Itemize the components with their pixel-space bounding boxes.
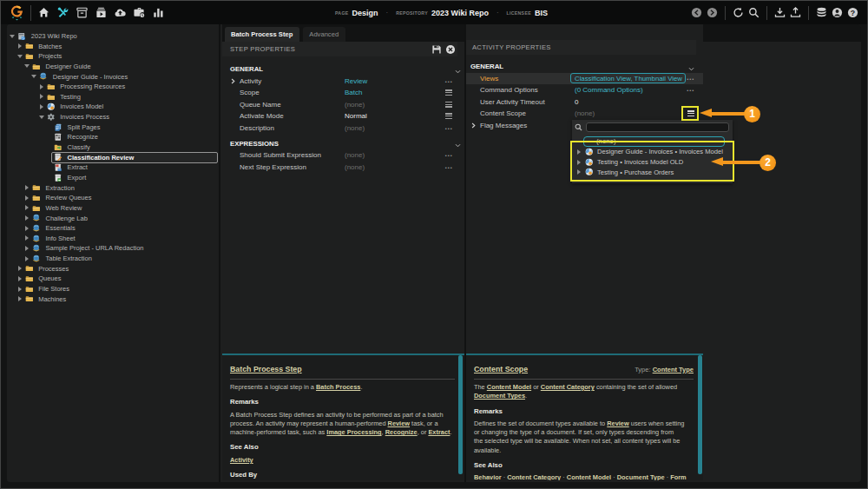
expand-arrow-icon[interactable] (23, 215, 30, 221)
section-header-general[interactable]: GENERAL (222, 63, 464, 76)
expand-arrow-icon[interactable] (23, 225, 30, 232)
tree-item-batches[interactable]: Batches (7, 41, 219, 51)
section-header-expressions[interactable]: EXPRESSIONS (222, 138, 464, 150)
download-icon[interactable] (773, 7, 787, 18)
property-row-user-activity-timeout[interactable]: User Activity Timeout0 (466, 96, 703, 109)
expand-arrow-icon[interactable] (23, 184, 30, 191)
tree-item-split-pages[interactable]: Split Pages (7, 122, 219, 132)
tree-item-web-review[interactable]: Web Review (7, 203, 219, 214)
nav-forward-icon[interactable] (705, 7, 720, 18)
tab-batch-process-step[interactable]: Batch Process Step (225, 27, 299, 42)
ellipsis-button[interactable]: ... (444, 78, 454, 84)
doc-link[interactable]: Content Category (541, 383, 595, 391)
doc-link[interactable]: Extract (428, 428, 450, 436)
expand-arrow-icon[interactable] (23, 255, 30, 262)
doc-link[interactable]: Content Model (567, 473, 611, 480)
tree-item-challenge-lab[interactable]: Challenge Lab (7, 213, 219, 223)
expand-arrow-icon[interactable] (23, 235, 30, 241)
batches-box-icon[interactable] (75, 7, 89, 18)
expand-arrow-icon[interactable] (38, 83, 45, 90)
menu-button[interactable] (444, 113, 454, 119)
tree-item-designer-guide[interactable]: Designer Guide (7, 62, 219, 72)
menu-button[interactable] (444, 89, 454, 96)
collapse-arrow-icon[interactable] (30, 73, 37, 80)
close-icon[interactable] (445, 44, 456, 55)
expand-arrow-icon[interactable] (38, 93, 45, 100)
imports-cloud-icon[interactable] (113, 7, 128, 18)
doc-link[interactable]: Activity (230, 456, 253, 464)
expand-arrow-icon[interactable] (16, 295, 23, 302)
user-account-icon[interactable] (830, 7, 845, 18)
tree-item-machines[interactable]: Machines (7, 294, 219, 304)
doc-link[interactable]: Content Scope (474, 365, 528, 373)
section-header-general[interactable]: GENERAL (466, 61, 703, 73)
ellipsis-button[interactable]: ... (686, 76, 696, 82)
property-row-activity[interactable]: ActivityReview... (222, 76, 464, 88)
tree-item-processing-resources[interactable]: Processing Resources (7, 82, 219, 92)
tree-item-table-extraction[interactable]: Table Extraction (7, 254, 219, 264)
expand-arrow-icon[interactable] (16, 275, 23, 282)
tree-item-classify[interactable]: Classify (7, 142, 219, 153)
collapse-arrow-icon[interactable] (23, 63, 30, 69)
nav-back-icon[interactable] (689, 7, 704, 18)
tree-item-2023-wiki-repo[interactable]: 2023 Wiki Repo (7, 31, 219, 42)
tree-item-invoices-process[interactable]: Invoices Process (7, 112, 219, 122)
tree-item-file-stores[interactable]: File Stores (7, 284, 219, 294)
property-row-next-step-expression[interactable]: Next Step Expression(none)... (222, 162, 464, 174)
tree-item-sample-project-urla-redaction[interactable]: Sample Project - URLA Redaction (7, 243, 219, 254)
doc-link[interactable]: Content Category (507, 473, 561, 480)
tasks-box-icon[interactable] (94, 7, 108, 18)
repository-db-icon[interactable] (814, 7, 829, 18)
upload-icon[interactable] (788, 7, 803, 18)
property-row-command-options[interactable]: Command Options(0 Command Options)... (466, 84, 703, 96)
expand-arrow-icon[interactable] (16, 43, 23, 50)
tree-item-processes[interactable]: Processes (7, 263, 219, 274)
stats-chart-icon[interactable] (151, 7, 166, 18)
save-icon[interactable] (431, 44, 442, 55)
doc-link[interactable]: Batch Process Step (230, 365, 302, 373)
tree-item-invoices-model[interactable]: Invoices Model (7, 102, 219, 112)
doc-link[interactable]: Behavior (474, 473, 502, 480)
doc-scrollbar[interactable] (698, 355, 703, 474)
property-row-should-submit-expression[interactable]: Should Submit Expression(none)... (222, 149, 464, 162)
doc-link[interactable]: Document Types (474, 392, 525, 400)
dropdown-search-input[interactable] (586, 122, 729, 132)
doc-link[interactable]: Recognize (385, 428, 418, 436)
chevron-right-icon[interactable] (470, 122, 477, 129)
home-icon[interactable] (36, 7, 51, 18)
search-icon[interactable] (746, 7, 761, 18)
tab-advanced[interactable]: Advanced (303, 27, 345, 42)
chevron-right-icon[interactable] (229, 78, 236, 84)
doc-scrollbar[interactable] (458, 355, 464, 474)
doc-link[interactable]: Form (670, 473, 686, 480)
expand-arrow-icon[interactable] (23, 195, 30, 202)
doc-link[interactable]: Review (607, 420, 628, 427)
tree-item-classification-review[interactable]: Classification Review (7, 152, 219, 162)
jobs-briefcase-icon[interactable] (132, 7, 147, 18)
tree-item-projects[interactable]: Projects (7, 51, 219, 62)
property-row-content-scope[interactable]: Content Scope(none) (466, 108, 703, 120)
doc-link[interactable]: Document Type (617, 473, 665, 480)
expand-arrow-icon[interactable] (23, 204, 30, 211)
ellipsis-button[interactable]: ... (444, 164, 454, 170)
menu-button[interactable] (444, 102, 454, 108)
property-value-box[interactable]: Classification View, Thumbnail View (570, 73, 686, 83)
expand-arrow-icon[interactable] (38, 103, 45, 110)
tree-item-extract[interactable]: Extract (7, 162, 219, 173)
tree-item-recognize[interactable]: Recognize (7, 132, 219, 142)
doc-link[interactable]: Batch Process (316, 383, 360, 391)
collapse-arrow-icon[interactable] (9, 33, 16, 40)
tree-item-essentials[interactable]: Essentials (7, 223, 219, 234)
tree-item-queues[interactable]: Queues (7, 274, 219, 284)
expand-arrow-icon[interactable] (16, 286, 23, 293)
tree-item-info-sheet[interactable]: Info Sheet (7, 234, 219, 244)
grooper-logo[interactable] (9, 3, 24, 22)
property-row-description[interactable]: Description(none)... (222, 122, 464, 135)
ellipsis-button[interactable]: ... (444, 125, 454, 131)
collapse-arrow-icon[interactable] (38, 114, 45, 121)
design-tools-icon[interactable] (56, 7, 70, 18)
collapse-arrow-icon[interactable] (16, 53, 23, 60)
tree-item-export[interactable]: Export (7, 173, 219, 183)
ellipsis-button[interactable]: ... (686, 87, 696, 93)
property-row-scope[interactable]: ScopeBatch (222, 87, 464, 99)
